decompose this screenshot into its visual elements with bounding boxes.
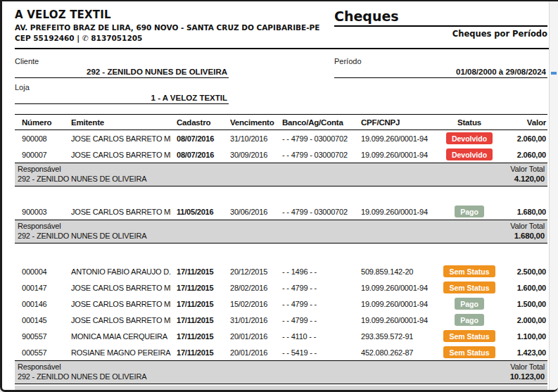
status-badge: Devolvido <box>446 132 493 144</box>
header-cell-numero: Número <box>15 118 65 127</box>
table-row: 900003JOSE CARLOS BARRETO ME11/05/201630… <box>15 203 547 220</box>
summary-label: Responsável <box>18 165 146 175</box>
summary-band: Responsável292 - ZENILDO NUNES DE OLIVEI… <box>15 220 547 244</box>
summary-left: Responsável292 - ZENILDO NUNES DE OLIVEI… <box>18 362 146 381</box>
summary-responsavel-name: 292 - ZENILDO NUNES DE OLIVEIRA <box>18 175 146 184</box>
header-cell-vencimento: Vencimento <box>224 118 277 127</box>
cell-cpf-cnpj: 19.099.260/0001-94 <box>355 300 434 308</box>
table-row: 000147JOSE CARLOS BARRETO ME17/11/201528… <box>15 279 547 296</box>
header-cell-emitente: Emitente <box>65 118 171 127</box>
cell-numero: 900557 <box>15 332 65 341</box>
summary-responsavel-name: 292 - ZENILDO NUNES DE OLIVEIRA <box>18 232 146 241</box>
header-divider <box>15 48 551 49</box>
table-row: 000145JOSE CARLOS BARRETO ME17/11/201531… <box>15 312 547 328</box>
cell-vencimento: 30/09/2016 <box>224 151 277 159</box>
cell-cpf-cnpj: 509.859.142-20 <box>355 267 434 276</box>
header-cell-cadastro: Cadastro <box>171 118 224 127</box>
cell-numero: 000147 <box>15 284 65 292</box>
summary-total-value: 10.123,00 <box>510 372 545 382</box>
cell-cadastro: 17/11/2015 <box>171 284 224 292</box>
cell-vencimento: 20/01/2016 <box>224 332 277 341</box>
cell-banco-ag-conta: - - 4799 - - <box>277 316 355 324</box>
cell-cadastro: 17/11/2015 <box>171 332 224 341</box>
report-page: A VELOZ TEXTIL AV. PREFEITO BRAZ DE LIRA… <box>0 0 558 392</box>
cell-vencimento: 20/12/2015 <box>224 267 277 276</box>
summary-total-value: 1.680,00 <box>510 232 545 241</box>
header-cell-cpf: CPF/CNPJ <box>355 118 434 127</box>
cell-valor: 2.500,00 <box>505 267 547 276</box>
summary-responsavel-name: 292 - ZENILDO NUNES DE OLIVEIRA <box>18 372 146 382</box>
cell-valor: 2.060,00 <box>505 151 547 159</box>
cell-numero: 000146 <box>15 300 65 308</box>
cell-numero: 000004 <box>15 267 65 276</box>
cell-valor: 1.500,00 <box>505 300 547 308</box>
cliente-label: Cliente <box>15 57 229 65</box>
cell-cpf-cnpj: 19.099.260/0001-94 <box>355 316 434 324</box>
cell-status: Sem Status <box>434 330 505 342</box>
cell-banco-ag-conta: - - 4799 - - <box>277 300 355 308</box>
table-header-row: Número Emitente Cadastro Vencimento Banc… <box>15 114 547 130</box>
table-row: 900557MONICA MAIA CERQUEIRA17/11/201520/… <box>15 328 547 344</box>
cell-cpf-cnpj: 19.099.260/0001-94 <box>355 151 434 159</box>
cell-status: Devolvido <box>434 132 505 144</box>
cell-valor: 1.600,00 <box>505 284 547 292</box>
cell-banco-ag-conta: - - 4799 - 03000702 <box>277 208 355 216</box>
status-badge: Sem Status <box>443 265 495 277</box>
cell-status: Pago <box>434 298 505 310</box>
cell-cadastro: 08/07/2016 <box>171 134 224 143</box>
scrollbar-track[interactable] <box>549 1 558 390</box>
cell-cpf-cnpj: 19.099.260/0001-94 <box>355 208 434 216</box>
next-band-edge <box>15 386 547 390</box>
cell-valor: 1.680,00 <box>505 208 547 216</box>
summary-total-value: 4.120,00 <box>510 175 545 184</box>
cell-status: Pago <box>434 314 505 326</box>
cell-valor: 2.060,00 <box>505 134 547 143</box>
periodo-label: Período <box>334 57 547 65</box>
section-gap <box>15 244 547 263</box>
cell-numero: 900008 <box>15 134 65 143</box>
cell-banco-ag-conta: - - 5419 - - <box>277 348 355 357</box>
status-badge: Pago <box>455 298 484 310</box>
cell-emitente: ANTONIO FABIO ARAUJO D... <box>65 267 171 276</box>
cell-cpf-cnpj: 452.080.262-87 <box>355 348 434 357</box>
status-badge: Sem Status <box>443 330 495 342</box>
company-block: A VELOZ TEXTIL AV. PREFEITO BRAZ DE LIRA… <box>15 8 319 42</box>
table-row: 000004ANTONIO FABIO ARAUJO D...17/11/201… <box>15 263 547 279</box>
summary-total-label: Valor Total <box>510 362 545 372</box>
field-loja: Loja 1 - A VELOZ TEXTIL <box>15 83 229 104</box>
cell-banco-ag-conta: - - 4799 - 03000702 <box>277 134 355 143</box>
loja-value: 1 - A VELOZ TEXTIL <box>15 91 229 104</box>
summary-label: Responsável <box>18 362 146 372</box>
summary-right: Valor Total4.120,00 <box>510 165 545 184</box>
status-badge: Devolvido <box>446 148 493 160</box>
summary-label: Responsável <box>18 222 146 232</box>
section-gap <box>15 186 547 203</box>
cell-emitente: MONICA MAIA CERQUEIRA <box>65 332 171 341</box>
cell-banco-ag-conta: - - 4110 - - <box>277 332 355 341</box>
filter-fields: Cliente 292 - ZENILDO NUNES DE OLIVEIRA … <box>15 57 547 104</box>
summary-left: Responsável292 - ZENILDO NUNES DE OLIVEI… <box>18 222 146 241</box>
cliente-value: 292 - ZENILDO NUNES DE OLIVEIRA <box>15 65 229 78</box>
cell-cadastro: 17/11/2015 <box>171 300 224 308</box>
report-title: Cheques <box>334 8 547 27</box>
cell-cadastro: 17/11/2015 <box>171 267 224 276</box>
cell-emitente: JOSE CARLOS BARRETO ME <box>65 151 171 159</box>
filter-fields-left: Cliente 292 - ZENILDO NUNES DE OLIVEIRA … <box>15 57 229 104</box>
field-cliente: Cliente 292 - ZENILDO NUNES DE OLIVEIRA <box>15 57 229 78</box>
summary-band: Responsável292 - ZENILDO NUNES DE OLIVEI… <box>15 360 547 384</box>
cell-vencimento: 28/02/2016 <box>224 284 277 292</box>
summary-total-label: Valor Total <box>510 222 545 232</box>
table-row: 900008JOSE CARLOS BARRETO ME08/07/201631… <box>15 130 547 146</box>
cell-valor: 1.100,00 <box>505 332 547 341</box>
cheques-table: Número Emitente Cadastro Vencimento Banc… <box>15 114 547 384</box>
cell-cadastro: 08/07/2016 <box>171 151 224 159</box>
cell-emitente: ROSIANE MAGNO PEREIRA <box>65 348 171 357</box>
cell-cadastro: 17/11/2015 <box>171 348 224 357</box>
header-cell-banco: Banco/Ag/Conta <box>277 118 355 127</box>
page-header: A VELOZ TEXTIL AV. PREFEITO BRAZ DE LIRA… <box>15 8 547 42</box>
cell-numero: 900007 <box>15 151 65 159</box>
report-subtitle: Cheques por Período <box>334 29 547 39</box>
cell-cpf-cnpj: 19.099.260/0001-94 <box>355 284 434 292</box>
report-content: A VELOZ TEXTIL AV. PREFEITO BRAZ DE LIRA… <box>2 1 551 384</box>
field-periodo: Período 01/08/2000 à 29/08/2024 <box>334 57 547 78</box>
